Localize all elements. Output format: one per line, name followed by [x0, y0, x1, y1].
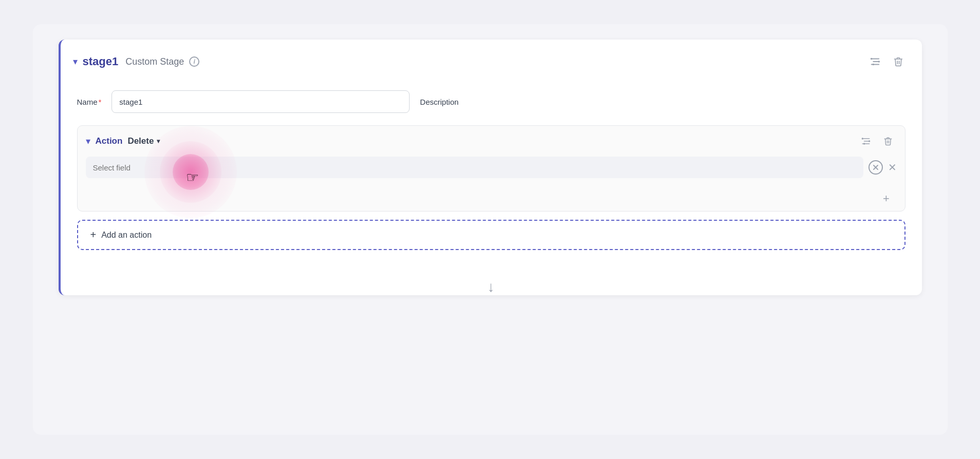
action-header: ▾ Action Delete ▾ ☞: [78, 126, 905, 157]
stage-delete-icon[interactable]: [891, 54, 905, 69]
svg-point-10: [868, 140, 870, 142]
stage-header-right: [867, 54, 905, 69]
stage-collapse-chevron[interactable]: ▾: [73, 56, 78, 67]
svg-point-3: [870, 58, 872, 60]
action-type-dropdown[interactable]: Delete ▾: [127, 136, 160, 146]
svg-point-9: [861, 138, 863, 139]
select-field-input[interactable]: [86, 157, 863, 178]
action-section: ▾ Action Delete ▾ ☞: [77, 125, 905, 212]
action-collapse-chevron[interactable]: ▾: [86, 136, 90, 147]
add-row-container: +: [78, 186, 905, 211]
dropdown-arrow-icon: ▾: [157, 138, 160, 145]
action-settings-icon[interactable]: [859, 134, 873, 148]
action-delete-icon[interactable]: [881, 134, 895, 148]
stage-name-label: stage1: [83, 55, 119, 68]
name-description-row: Name* Description: [77, 90, 905, 113]
add-action-label: Add an action: [101, 231, 152, 240]
name-field-label: Name*: [77, 98, 102, 106]
add-action-button[interactable]: + Add an action: [77, 220, 905, 250]
svg-point-5: [872, 64, 874, 66]
description-label: Description: [420, 98, 458, 106]
stage-header: ▾ stage1 Custom Stage i: [61, 40, 922, 80]
clear-field-button[interactable]: [868, 160, 883, 175]
select-field-row: ✕: [86, 157, 897, 178]
name-input[interactable]: [112, 90, 410, 113]
action-label: Action: [96, 136, 123, 146]
stage-settings-icon[interactable]: [867, 54, 883, 69]
svg-point-4: [878, 61, 880, 63]
close-row-button[interactable]: ✕: [888, 161, 897, 174]
stage-card: ▾ stage1 Custom Stage i: [59, 40, 922, 295]
down-arrow-icon: ↓: [488, 279, 495, 295]
stage-type-label: Custom Stage: [125, 56, 184, 67]
down-arrow-container: ↓: [61, 266, 922, 295]
add-field-plus-button[interactable]: +: [878, 190, 895, 207]
action-header-right: [859, 134, 895, 148]
svg-point-11: [863, 143, 865, 144]
stage-body: Name* Description ▾ Action Delete ▾: [61, 80, 922, 266]
required-marker: *: [99, 98, 102, 106]
stage-header-left: ▾ stage1 Custom Stage i: [73, 55, 200, 68]
info-icon[interactable]: i: [189, 56, 199, 67]
page-background: ▾ stage1 Custom Stage i: [33, 24, 948, 435]
add-action-plus-icon: +: [90, 229, 97, 241]
action-header-left: ▾ Action Delete ▾: [86, 136, 160, 147]
